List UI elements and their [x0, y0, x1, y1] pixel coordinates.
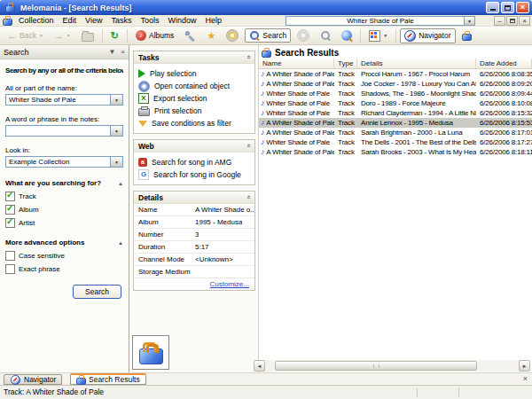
minimize-button[interactable]: [486, 2, 499, 13]
web-items: Search for song in AMGSearch for song in…: [134, 153, 254, 184]
web-search-button[interactable]: [337, 28, 356, 43]
filter-dropdown-arrow-icon[interactable]: ▼: [464, 17, 474, 25]
collapse-chevron-icon[interactable]: «: [244, 144, 252, 147]
music-note-icon: ♪: [261, 90, 264, 98]
scroll-right-button[interactable]: ▸: [519, 360, 530, 372]
checkbox-row-exact-phrase[interactable]: Exact phrase: [5, 264, 123, 273]
tabbar-close-icon[interactable]: ×: [523, 375, 528, 383]
filter-combobox[interactable]: Whiter Shade of Pale ▼: [286, 16, 475, 26]
child-restore-button[interactable]: [506, 16, 518, 26]
lookin-combobox[interactable]: Example Collection ▼: [5, 156, 123, 168]
panel-close-icon[interactable]: ×: [121, 48, 125, 56]
menu-item-tasks[interactable]: Tasks: [106, 15, 136, 26]
result-row[interactable]: ♪A Whiter Shade of Pale ...TrackProcol H…: [259, 69, 532, 79]
checkbox-row-artist[interactable]: Artist: [5, 218, 123, 227]
collapse-chevron-icon[interactable]: «: [244, 55, 252, 59]
result-row[interactable]: ♪A Whiter Shade of PaleTrackAnnie Lennox…: [259, 118, 532, 128]
searching-for-section-header[interactable]: What are you searching for? ▲: [5, 179, 123, 187]
tab-navigator[interactable]: Navigator: [4, 374, 62, 385]
checkbox-row-track[interactable]: Track: [5, 192, 123, 200]
result-row[interactable]: ♪Whiter Shade of PaleTrackThe Dells - 20…: [259, 137, 532, 147]
window-title: Melomania - [Search Results]: [20, 4, 132, 12]
collection-box-button[interactable]: [458, 29, 476, 43]
notes-combobox[interactable]: ▼: [5, 125, 123, 137]
menu-item-help[interactable]: Help: [200, 15, 226, 26]
up-folder-button[interactable]: [77, 28, 98, 43]
scroll-left-button[interactable]: ◂: [254, 360, 265, 372]
horizontal-scrollbar[interactable]: ◂ ▸: [254, 360, 530, 372]
customize-link[interactable]: Customize...: [210, 280, 249, 288]
item-print-selection[interactable]: Print selection: [138, 105, 252, 117]
collapse-chevron-icon[interactable]: «: [244, 195, 252, 199]
toolbox-icon: [139, 348, 163, 364]
checkbox-case-sensitive[interactable]: [5, 251, 15, 261]
checkbox-exact-phrase[interactable]: [5, 264, 15, 274]
collection-box-thumbnail[interactable]: [132, 335, 169, 370]
menu-item-window[interactable]: Window: [163, 15, 200, 26]
advanced-section-header[interactable]: More advanced options ▲: [5, 239, 123, 246]
checkbox-artist[interactable]: [5, 218, 15, 228]
result-date: 6/26/2006 8:09:20 AM: [476, 79, 532, 89]
back-button[interactable]: ← Back ▼: [3, 29, 48, 43]
item-search-for-song-in-amg[interactable]: Search for song in AMG: [138, 156, 252, 168]
item-play-selection[interactable]: Play selection: [138, 67, 252, 80]
name-combobox[interactable]: Whiter Shade of Pale ▼: [5, 94, 123, 106]
result-row[interactable]: ♪Whiter Shade of PaleTrackShadows, The -…: [259, 89, 532, 98]
checkbox-album[interactable]: [5, 205, 15, 215]
result-row[interactable]: ♪A Whiter Shade of PaleTrackSarah Bright…: [259, 128, 532, 137]
lookin-dropdown-arrow-icon[interactable]: ▼: [110, 157, 122, 167]
child-minimize-button[interactable]: –: [494, 16, 505, 26]
scrollbar-track[interactable]: [265, 360, 519, 372]
forward-button[interactable]: → ▼: [50, 29, 75, 43]
column-header-name[interactable]: Name: [259, 59, 334, 68]
web-title: Web: [138, 142, 154, 151]
checkbox-row-album[interactable]: Album: [5, 205, 123, 214]
column-header-details[interactable]: Details: [357, 59, 476, 68]
details-box: Details « NameA Whiter Shade o...Album19…: [133, 191, 255, 291]
tab-search-results[interactable]: Search Results: [70, 373, 146, 385]
name-dropdown-arrow-icon[interactable]: ▼: [110, 95, 122, 105]
refresh-button[interactable]: [106, 28, 123, 43]
close-button[interactable]: ×: [516, 2, 529, 13]
favorites-button[interactable]: [202, 28, 220, 43]
item-search-for-song-in-google[interactable]: Search for song in Google: [138, 168, 252, 181]
zoom-button[interactable]: [316, 28, 335, 43]
search-button[interactable]: Search: [245, 28, 291, 43]
column-header-date-added[interactable]: Date Added: [476, 59, 532, 68]
menu-item-edit[interactable]: Edit: [59, 15, 82, 26]
item-export-selection[interactable]: Export selection: [138, 92, 252, 105]
menu-item-tools[interactable]: Tools: [136, 15, 163, 26]
navigator-button[interactable]: Navigator: [400, 28, 455, 43]
panel-menu-arrow-icon[interactable]: ▼: [108, 48, 115, 56]
maximize-button[interactable]: [501, 2, 514, 13]
result-date: 6/26/2006 8:15:32 AM: [476, 108, 532, 118]
search-submit-button[interactable]: Search: [73, 285, 121, 299]
status-bar: Track: A Whiter Shade of Pale: [0, 385, 532, 399]
child-close-button[interactable]: ×: [519, 16, 530, 26]
result-row[interactable]: ♪A Whiter Shade of PaleTrackJoe Cocker -…: [259, 79, 532, 89]
system-menu-icon[interactable]: [3, 19, 12, 26]
result-row[interactable]: ♪A Whiter Shade of PaleTrackSarah Brooks…: [259, 147, 532, 157]
music-note-icon: ♪: [261, 148, 264, 156]
item-save-conditions-as-filter[interactable]: Save conditions as filter: [138, 117, 252, 129]
cd-icon: [226, 29, 239, 42]
details-value: <Unknown>: [193, 255, 233, 263]
tools-button[interactable]: [180, 28, 200, 43]
column-header-type[interactable]: Type: [334, 59, 357, 68]
checkbox-row-case-sensitive[interactable]: Case sensitive: [5, 251, 123, 260]
scrollbar-thumb[interactable]: [275, 361, 477, 371]
notes-dropdown-arrow-icon[interactable]: ▼: [110, 126, 122, 136]
result-type: Track: [334, 69, 357, 79]
music-note-icon: ♪: [261, 119, 264, 127]
menu-item-view[interactable]: View: [81, 15, 106, 26]
result-details: Annie Lennox - 1995 - Medusa: [357, 118, 476, 128]
item-open-contained-object[interactable]: Open contained object: [138, 80, 252, 92]
disc-export-button[interactable]: [293, 27, 314, 43]
result-row[interactable]: ♪Whiter Shade of PaleTrackDoro - 1989 - …: [259, 98, 532, 108]
albums-button[interactable]: Albums: [131, 28, 178, 43]
menu-item-collection[interactable]: Collection: [14, 15, 59, 26]
result-row[interactable]: ♪Whiter Shade of PaleTrackRichard Clayde…: [259, 108, 532, 118]
checkbox-track[interactable]: [5, 192, 15, 201]
views-button[interactable]: ▼: [364, 28, 392, 43]
disc-button[interactable]: [222, 27, 243, 43]
